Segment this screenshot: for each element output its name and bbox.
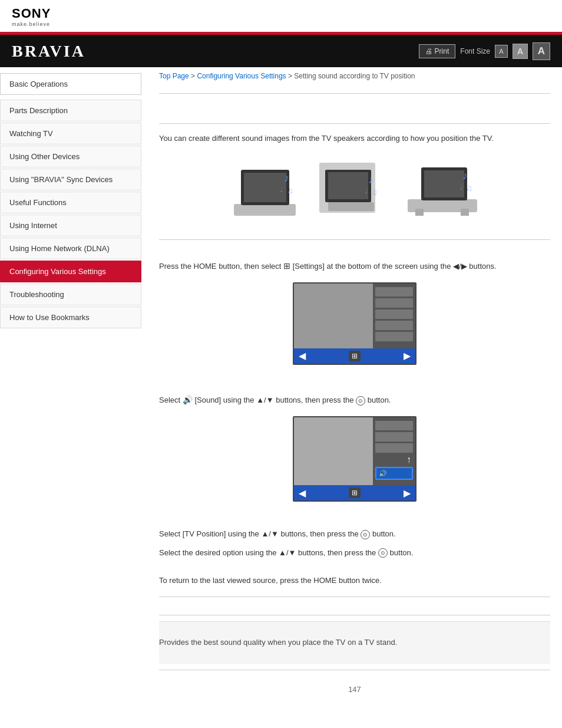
breadcrumb-current: Setting sound according to TV position	[294, 72, 415, 80]
tv-lowstand-svg: ♪ ♫ ♩	[405, 163, 481, 222]
divider-4	[159, 597, 550, 597]
screen2-right-arrow: ▶	[404, 487, 411, 499]
divider-3	[159, 239, 550, 240]
page-layout: Basic Operations Parts Description Watch…	[0, 67, 562, 709]
arrow-up-indicator: ↑	[406, 454, 411, 465]
svg-rect-9	[328, 202, 374, 211]
breadcrumb-sep2: >	[286, 72, 295, 80]
svg-text:♫: ♫	[466, 183, 472, 193]
tv-stand-svg-1: ♪ ♫ ♩	[228, 164, 299, 220]
tv-illustration-3: ♪ ♫ ♩	[405, 163, 481, 222]
screen-right-arrow: ▶	[404, 350, 411, 361]
circle-btn-icon-3: ⊙	[378, 548, 388, 558]
return-text: To return to the last viewed source, pre…	[159, 576, 550, 585]
options-section: Provides the best sound quality when you…	[159, 621, 550, 664]
sidebar-item-useful-functions[interactable]: Useful Functions	[0, 192, 141, 213]
page-number: 147	[159, 676, 550, 697]
svg-rect-17	[424, 170, 464, 197]
print-icon: 🖨	[425, 47, 432, 55]
sidebar-item-parts-description[interactable]: Parts Description	[0, 100, 141, 121]
font-small-button[interactable]: A	[495, 45, 508, 58]
divider-1	[159, 93, 550, 94]
svg-rect-0	[234, 204, 296, 216]
top-bar: SONY make.believe	[0, 0, 562, 32]
breadcrumb-configuring[interactable]: Configuring Various Settings	[197, 72, 286, 80]
svg-text:♩: ♩	[280, 186, 283, 194]
screen-settings-icon: ⊞	[349, 351, 361, 361]
breadcrumb: Top Page > Configuring Various Settings …	[159, 67, 550, 87]
main-content: Top Page > Configuring Various Settings …	[141, 67, 562, 709]
svg-text:♪: ♪	[368, 174, 373, 186]
svg-text:♫: ♫	[287, 186, 293, 195]
sidebar-item-using-other-devices[interactable]: Using Other Devices	[0, 146, 141, 167]
tv-position-illustrations: ♪ ♫ ♩ ♪ ♫ ♩	[159, 157, 550, 228]
sony-logo: SONY make.believe	[12, 6, 550, 27]
sidebar-item-using-internet[interactable]: Using Internet	[0, 215, 141, 236]
step3-section: Select [TV Position] using the ▲/▼ butto…	[159, 516, 550, 570]
screenshot-2: ↑ 🔊 ◀ ⊞ ▶	[159, 416, 550, 502]
step2-text: Select 🔊 [Sound] using the ▲/▼ buttons, …	[159, 393, 550, 407]
divider-2	[159, 123, 550, 124]
font-medium-button[interactable]: A	[513, 44, 528, 59]
breadcrumb-sep1: >	[189, 72, 197, 80]
section-title-area	[159, 100, 550, 117]
circle-btn-icon: ⊙	[356, 396, 365, 406]
banner-title: BRAVIA	[12, 42, 85, 61]
lr-arrow-icon: ◀/▶	[453, 262, 467, 271]
sidebar-item-watching-tv[interactable]: Watching TV	[0, 123, 141, 144]
screen-mock-2: ↑ 🔊 ◀ ⊞ ▶	[293, 416, 416, 502]
sidebar-item-how-to-use-bookmarks[interactable]: How to Use Bookmarks	[0, 307, 141, 328]
screenshot-1: ◀ ⊞ ▶	[159, 282, 550, 365]
screen2-settings-icon: ⊞	[349, 487, 361, 498]
sidebar-item-basic-operations[interactable]: Basic Operations	[0, 73, 141, 95]
sidebar-item-configuring-various-settings[interactable]: Configuring Various Settings	[0, 261, 141, 282]
step3-text: Select [TV Position] using the ▲/▼ butto…	[159, 527, 550, 541]
option-description: Provides the best sound quality when you…	[159, 631, 550, 655]
settings-inline-icon: ⊞	[283, 261, 290, 271]
sound-inline-icon: 🔊	[183, 395, 193, 404]
sony-tagline: make.believe	[12, 21, 550, 27]
ud-arrow-icon-2: ▲/▼	[261, 529, 278, 538]
svg-rect-14	[415, 209, 424, 216]
breadcrumb-top-page[interactable]: Top Page	[159, 72, 189, 80]
step2-section: Select 🔊 [Sound] using the ▲/▼ buttons, …	[159, 380, 550, 516]
divider-6	[159, 670, 550, 670]
banner: BRAVIA 🖨 Print Font Size A A A	[0, 32, 562, 67]
screen-left-arrow: ◀	[299, 350, 306, 361]
svg-rect-15	[461, 209, 469, 216]
print-button[interactable]: 🖨 Print	[419, 44, 456, 58]
step4-text: Select the desired option using the ▲/▼ …	[159, 546, 550, 559]
svg-text:♫: ♫	[371, 187, 378, 197]
svg-rect-8	[328, 172, 368, 199]
svg-text:♪: ♪	[284, 172, 289, 184]
sony-brand-text: SONY	[12, 6, 550, 21]
sidebar-item-using-bravia-sync[interactable]: Using "BRAVIA" Sync Devices	[0, 169, 141, 190]
divider-5	[159, 615, 550, 615]
step1-text: Press the HOME button, then select ⊞ [Se…	[159, 259, 550, 274]
svg-text:♩: ♩	[365, 187, 368, 195]
sidebar-item-using-home-network[interactable]: Using Home Network (DLNA)	[0, 238, 141, 259]
font-size-label: Font Size	[460, 47, 490, 55]
svg-text:♩: ♩	[459, 183, 463, 192]
tv-illustration-2: ♪ ♫ ♩	[316, 163, 387, 222]
ud-arrow-icon: ▲/▼	[256, 396, 273, 404]
print-label: Print	[435, 47, 449, 55]
ud-arrow-icon-3: ▲/▼	[279, 548, 296, 557]
sidebar-item-troubleshooting[interactable]: Troubleshooting	[0, 284, 141, 305]
banner-controls: 🖨 Print Font Size A A A	[419, 42, 550, 60]
screen-mock-1: ◀ ⊞ ▶	[293, 282, 416, 365]
sidebar: Basic Operations Parts Description Watch…	[0, 67, 141, 709]
intro-text: You can create different sound images fr…	[159, 133, 550, 145]
tv-illustration-1: ♪ ♫ ♩	[228, 164, 299, 220]
circle-btn-icon-2: ⊙	[361, 530, 370, 539]
svg-text:♪: ♪	[462, 170, 468, 182]
screen2-left-arrow: ◀	[299, 487, 306, 499]
step1-section: Press the HOME button, then select ⊞ [Se…	[159, 246, 550, 380]
font-large-button[interactable]: A	[533, 42, 550, 60]
sound-selected-item: 🔊	[375, 467, 413, 480]
tv-wall-svg: ♪ ♫ ♩	[316, 163, 387, 222]
